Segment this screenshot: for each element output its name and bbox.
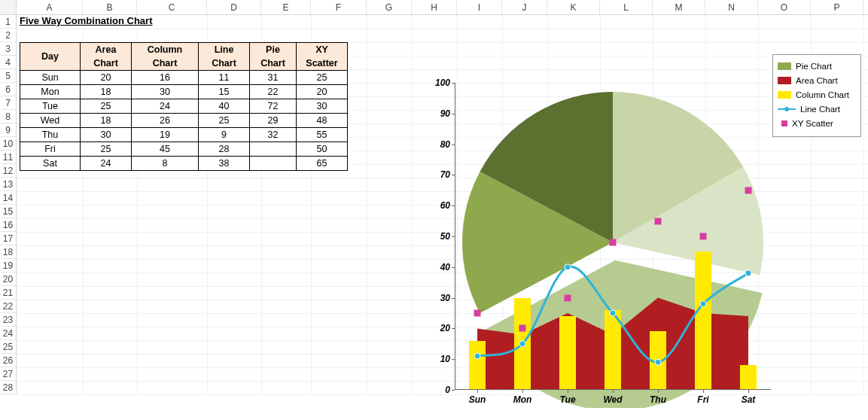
cell[interactable]: 18 bbox=[81, 114, 132, 128]
row-header-20[interactable]: 20 bbox=[0, 272, 16, 286]
row-header-3[interactable]: 3 bbox=[0, 42, 16, 56]
scatter-point-Fri bbox=[700, 233, 707, 240]
cell[interactable] bbox=[250, 157, 297, 171]
cell[interactable]: 45 bbox=[132, 142, 199, 157]
cell[interactable]: Sat bbox=[20, 157, 81, 171]
cell[interactable]: 30 bbox=[132, 85, 199, 99]
cell[interactable]: 72 bbox=[250, 99, 297, 114]
row-header-22[interactable]: 22 bbox=[0, 300, 16, 313]
cell[interactable]: 30 bbox=[297, 99, 348, 114]
cell[interactable]: 28 bbox=[199, 142, 250, 157]
row-header-24[interactable]: 24 bbox=[0, 327, 16, 340]
row-header-9[interactable]: 9 bbox=[0, 123, 16, 137]
cell[interactable]: 26 bbox=[132, 114, 199, 128]
row-header-2[interactable]: 2 bbox=[0, 29, 16, 42]
col-header-A[interactable]: A bbox=[17, 0, 83, 14]
row-header-12[interactable]: 12 bbox=[0, 164, 16, 178]
row-header-5[interactable]: 5 bbox=[0, 69, 16, 83]
row-header-14[interactable]: 14 bbox=[0, 191, 16, 205]
table-row[interactable]: Tue2524407230 bbox=[20, 99, 348, 114]
cell[interactable]: 19 bbox=[132, 128, 199, 142]
col-header-F[interactable]: F bbox=[311, 0, 367, 14]
row-header-11[interactable]: 11 bbox=[0, 151, 16, 164]
table-row[interactable]: Thu301993255 bbox=[20, 128, 348, 142]
col-header-M[interactable]: M bbox=[653, 0, 705, 14]
row-header-28[interactable]: 28 bbox=[0, 381, 16, 394]
cell[interactable]: 65 bbox=[297, 157, 348, 171]
cell[interactable]: 20 bbox=[297, 85, 348, 99]
cell[interactable]: 25 bbox=[81, 142, 132, 157]
row-header-16[interactable]: 16 bbox=[0, 218, 16, 232]
legend-item-xy: XY Scatter bbox=[778, 117, 856, 129]
cell[interactable]: 32 bbox=[250, 128, 297, 142]
col-header-C[interactable]: C bbox=[137, 0, 207, 14]
col-header-L[interactable]: L bbox=[600, 0, 653, 14]
cell[interactable]: 50 bbox=[297, 142, 348, 157]
cell[interactable]: 11 bbox=[199, 71, 250, 85]
cell[interactable]: 20 bbox=[81, 71, 132, 85]
cell[interactable]: 18 bbox=[81, 85, 132, 99]
cell[interactable]: 25 bbox=[199, 114, 250, 128]
row-header-6[interactable]: 6 bbox=[0, 83, 16, 96]
cell[interactable]: 29 bbox=[250, 114, 297, 128]
select-all-corner[interactable] bbox=[0, 0, 17, 14]
col-header-I[interactable]: I bbox=[457, 0, 502, 14]
cell[interactable]: 25 bbox=[81, 99, 132, 114]
col-header-P[interactable]: P bbox=[811, 0, 863, 14]
cell[interactable]: 8 bbox=[132, 157, 199, 171]
col-header-O[interactable]: O bbox=[758, 0, 811, 14]
row-header-26[interactable]: 26 bbox=[0, 354, 16, 367]
combo-chart[interactable]: 0102030405060708090100SunMonTueWedThuFri… bbox=[410, 45, 868, 420]
app-root: ABCDEFGHIJKLMNOP 12345678910111213141516… bbox=[0, 0, 868, 420]
row-header-21[interactable]: 21 bbox=[0, 286, 16, 300]
cell[interactable]: 55 bbox=[297, 128, 348, 142]
cell[interactable]: 38 bbox=[199, 157, 250, 171]
col-header-J[interactable]: J bbox=[502, 0, 547, 14]
col-header-H[interactable]: H bbox=[412, 0, 457, 14]
cell[interactable]: 16 bbox=[132, 71, 199, 85]
data-table[interactable]: Day Area Chart Column Chart Line Chart P… bbox=[20, 42, 348, 171]
col-header-G[interactable]: G bbox=[367, 0, 412, 14]
row-header-17[interactable]: 17 bbox=[0, 232, 16, 245]
cell[interactable]: Tue bbox=[20, 99, 81, 114]
col-header-E[interactable]: E bbox=[261, 0, 311, 14]
table-row[interactable]: Sat2483865 bbox=[20, 157, 348, 171]
row-header-19[interactable]: 19 bbox=[0, 259, 16, 272]
cell[interactable]: Wed bbox=[20, 114, 81, 128]
row-header-8[interactable]: 8 bbox=[0, 110, 16, 123]
col-header-B[interactable]: B bbox=[83, 0, 137, 14]
cell[interactable]: 9 bbox=[199, 128, 250, 142]
cell[interactable]: 25 bbox=[297, 71, 348, 85]
cell[interactable]: Thu bbox=[20, 128, 81, 142]
cell[interactable]: 24 bbox=[81, 157, 132, 171]
table-row[interactable]: Wed1826252948 bbox=[20, 114, 348, 128]
row-header-1[interactable]: 1 bbox=[0, 15, 16, 29]
row-header-25[interactable]: 25 bbox=[0, 340, 16, 354]
col-header-D[interactable]: D bbox=[207, 0, 261, 14]
cell[interactable]: 40 bbox=[199, 99, 250, 114]
table-row[interactable]: Mon1830152220 bbox=[20, 85, 348, 99]
table-row[interactable]: Fri25452850 bbox=[20, 142, 348, 157]
row-header-23[interactable]: 23 bbox=[0, 313, 16, 327]
col-header-K[interactable]: K bbox=[547, 0, 600, 14]
cell[interactable]: 30 bbox=[81, 128, 132, 142]
cell[interactable]: Mon bbox=[20, 85, 81, 99]
cell[interactable]: 15 bbox=[199, 85, 250, 99]
cell[interactable]: 31 bbox=[250, 71, 297, 85]
cell[interactable]: Sun bbox=[20, 71, 81, 85]
cell[interactable]: Fri bbox=[20, 142, 81, 157]
cell[interactable]: 22 bbox=[250, 85, 297, 99]
cell[interactable] bbox=[250, 142, 297, 157]
table-row[interactable]: Sun2016113125 bbox=[20, 71, 348, 85]
row-header-18[interactable]: 18 bbox=[0, 245, 16, 259]
row-header-4[interactable]: 4 bbox=[0, 56, 16, 69]
row-header-15[interactable]: 15 bbox=[0, 205, 16, 218]
cell[interactable]: 24 bbox=[132, 99, 199, 114]
row-header-13[interactable]: 13 bbox=[0, 178, 16, 191]
worksheet-area[interactable]: Five Way Combination Chart Day Area Char… bbox=[17, 15, 868, 394]
row-header-27[interactable]: 27 bbox=[0, 367, 16, 381]
row-header-7[interactable]: 7 bbox=[0, 96, 16, 110]
cell[interactable]: 48 bbox=[297, 114, 348, 128]
row-header-10[interactable]: 10 bbox=[0, 137, 16, 151]
col-header-N[interactable]: N bbox=[705, 0, 758, 14]
